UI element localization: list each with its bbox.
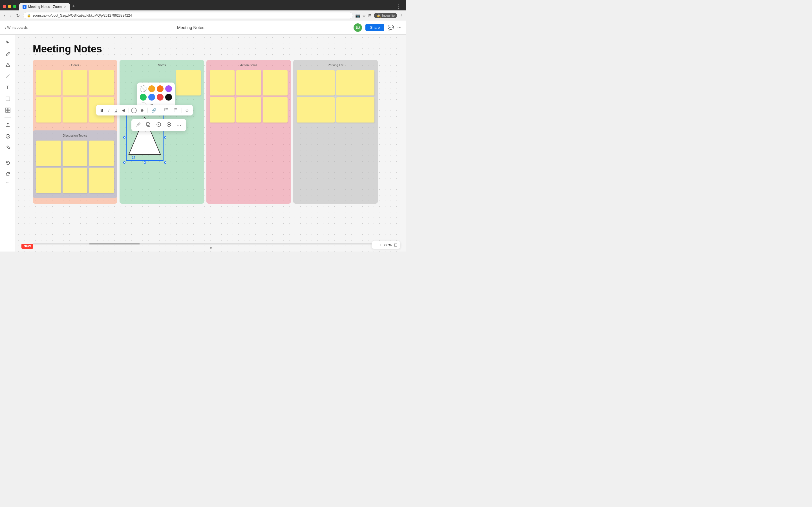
svg-point-20 bbox=[174, 108, 174, 109]
sticky-note[interactable] bbox=[89, 140, 114, 166]
window-minimize[interactable] bbox=[8, 5, 11, 8]
color-green[interactable] bbox=[140, 94, 147, 101]
upload-tool-btn[interactable] bbox=[3, 120, 13, 130]
handle-br[interactable] bbox=[164, 161, 166, 164]
sticky-note[interactable] bbox=[176, 70, 201, 96]
text-tool-btn[interactable]: T bbox=[3, 82, 13, 93]
zoom-in-btn[interactable]: + bbox=[379, 242, 382, 247]
toolbar-more[interactable]: ··· bbox=[6, 180, 10, 184]
canvas-main[interactable]: Meeting Notes Goals Notes bbox=[16, 35, 406, 251]
outline-circle-btn[interactable] bbox=[131, 108, 137, 113]
window-maximize[interactable] bbox=[13, 5, 16, 8]
eraser-tool-btn[interactable] bbox=[3, 143, 13, 153]
browser-menu-btn[interactable]: ⋮ bbox=[394, 3, 403, 10]
sticky-note[interactable] bbox=[63, 140, 87, 166]
more-icon-btn[interactable]: ··· bbox=[397, 24, 402, 31]
browser-more-icon[interactable]: ⋮ bbox=[399, 13, 403, 18]
sticky-note[interactable] bbox=[36, 140, 61, 166]
sticky-note[interactable] bbox=[210, 97, 235, 122]
undo-btn[interactable] bbox=[3, 158, 13, 168]
bookmark-icon[interactable]: ☆ bbox=[362, 13, 366, 18]
color-red[interactable] bbox=[157, 94, 163, 101]
rotate-handle[interactable] bbox=[132, 155, 135, 159]
sticky-note[interactable] bbox=[63, 70, 87, 96]
sticky-note[interactable] bbox=[89, 168, 114, 193]
sticky-note[interactable] bbox=[336, 97, 374, 122]
more-obj-btn[interactable]: ··· bbox=[175, 121, 183, 129]
tab-title: Meeting Notes - Zoom bbox=[28, 5, 62, 9]
redo-btn[interactable] bbox=[3, 169, 13, 179]
sticky-note[interactable] bbox=[336, 70, 374, 96]
color-transparent[interactable] bbox=[140, 86, 147, 92]
link-btn[interactable]: 🔗 bbox=[150, 107, 158, 114]
active-tab[interactable]: Z Meeting Notes - Zoom ✕ bbox=[19, 3, 70, 10]
zoom-out-btn[interactable]: − bbox=[374, 242, 377, 247]
sticky-note[interactable] bbox=[236, 70, 261, 96]
color-black[interactable] bbox=[165, 94, 172, 101]
svg-rect-3 bbox=[6, 108, 8, 110]
sticky-note[interactable] bbox=[36, 168, 61, 193]
style-obj-btn[interactable] bbox=[155, 121, 162, 129]
sticky-note[interactable] bbox=[63, 97, 87, 122]
tab-close-btn[interactable]: ✕ bbox=[64, 5, 66, 9]
handle-right[interactable] bbox=[164, 136, 166, 138]
handle-left[interactable] bbox=[123, 136, 125, 138]
back-label: Whiteboards bbox=[7, 25, 28, 30]
forward-nav-btn[interactable]: › bbox=[9, 12, 12, 18]
svg-rect-24 bbox=[147, 122, 149, 126]
frames-tool-btn[interactable] bbox=[3, 105, 13, 115]
horizontal-scrollbar[interactable] bbox=[33, 243, 389, 244]
fit-screen-btn[interactable]: ⊡ bbox=[394, 242, 398, 247]
sticky-note[interactable] bbox=[36, 97, 61, 122]
smart-tool-btn[interactable] bbox=[3, 131, 13, 142]
reload-nav-btn[interactable]: ↻ bbox=[15, 12, 21, 19]
ordered-list-btn[interactable]: 1.2.3. bbox=[162, 107, 170, 114]
sticky-note[interactable] bbox=[297, 97, 335, 122]
avatar: DJ bbox=[354, 23, 362, 32]
italic-btn[interactable]: I bbox=[107, 107, 111, 114]
svg-rect-5 bbox=[6, 110, 8, 112]
tab-grid-icon[interactable]: ⊞ bbox=[368, 13, 371, 18]
triangle-tool-btn[interactable] bbox=[3, 60, 13, 70]
bold-btn[interactable]: B bbox=[99, 107, 105, 114]
camera-off-icon: 📷 bbox=[355, 13, 360, 18]
sticky-note[interactable] bbox=[236, 97, 261, 122]
pen-tool-btn[interactable] bbox=[3, 49, 13, 59]
select-tool-btn[interactable] bbox=[3, 38, 13, 48]
handle-bl[interactable] bbox=[123, 161, 125, 164]
toolbar-divider-4 bbox=[182, 108, 182, 113]
sticky-note[interactable] bbox=[89, 70, 114, 96]
toolbar-divider-3 bbox=[160, 108, 160, 113]
unordered-list-btn[interactable] bbox=[172, 107, 179, 114]
scrollbar-thumb[interactable] bbox=[89, 243, 140, 244]
underline-btn[interactable]: U bbox=[113, 107, 119, 114]
new-badge: NEW bbox=[21, 244, 33, 249]
copy-obj-btn[interactable] bbox=[145, 121, 152, 129]
share-button[interactable]: Share bbox=[365, 24, 384, 31]
rect-tool-btn[interactable] bbox=[3, 94, 13, 104]
back-arrow-icon: ‹ bbox=[4, 25, 6, 30]
color-orange[interactable] bbox=[157, 86, 163, 92]
back-nav-btn[interactable]: ‹ bbox=[3, 12, 6, 18]
back-button[interactable]: ‹ Whiteboards bbox=[4, 25, 28, 30]
color-blue[interactable] bbox=[148, 94, 155, 101]
comment-icon-btn[interactable]: 💬 bbox=[388, 24, 394, 31]
new-tab-btn[interactable]: + bbox=[70, 2, 78, 10]
add-circle-btn[interactable]: ⊕ bbox=[139, 107, 145, 114]
sticky-note[interactable] bbox=[263, 97, 288, 122]
sticky-note[interactable] bbox=[297, 70, 335, 96]
clear-format-btn[interactable]: ◇ bbox=[184, 107, 190, 114]
sticky-note[interactable] bbox=[263, 70, 288, 96]
edit-obj-btn[interactable] bbox=[135, 121, 142, 129]
address-bar[interactable]: 🔒 zoom.us/wb/doc/_GzqzfVOSlKu9apIdkkuMQ/… bbox=[23, 12, 353, 19]
sticky-note[interactable] bbox=[36, 70, 61, 96]
line-tool-btn[interactable] bbox=[3, 71, 13, 81]
strikethrough-btn[interactable]: S bbox=[121, 107, 126, 114]
lock-obj-btn[interactable] bbox=[165, 121, 172, 129]
window-close[interactable] bbox=[3, 5, 6, 8]
color-yellow[interactable] bbox=[148, 86, 155, 92]
sticky-note[interactable] bbox=[210, 70, 235, 96]
color-purple[interactable] bbox=[165, 86, 172, 92]
handle-bottom[interactable] bbox=[144, 161, 146, 164]
sticky-note[interactable] bbox=[63, 168, 87, 193]
